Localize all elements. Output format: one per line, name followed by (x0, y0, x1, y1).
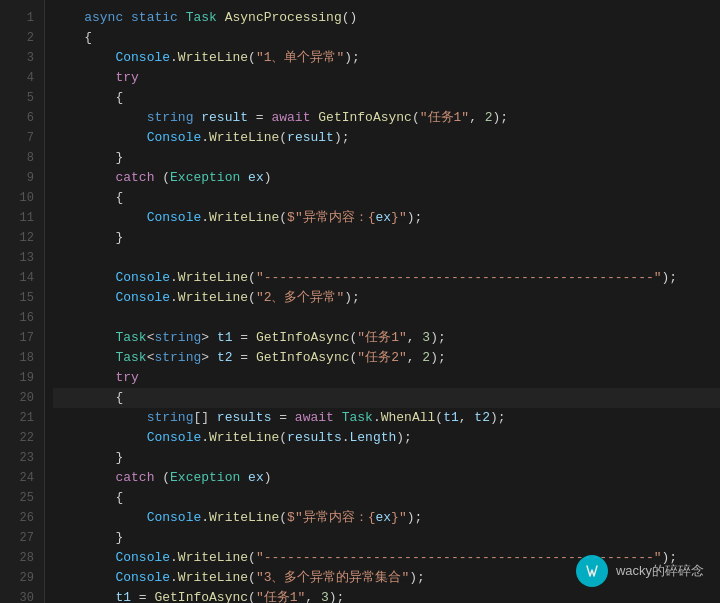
code-line: try (53, 68, 720, 88)
line-number: 8 (0, 148, 34, 168)
code-line: async static Task AsyncProcessing() (53, 8, 720, 28)
code-line: try (53, 368, 720, 388)
code-line: Console.WriteLine("---------------------… (53, 268, 720, 288)
code-line (53, 308, 720, 328)
code-line: { (53, 28, 720, 48)
line-numbers: 1234567891011121314151617181920212223242… (0, 0, 45, 603)
line-number: 12 (0, 228, 34, 248)
code-line: { (53, 488, 720, 508)
line-number: 25 (0, 488, 34, 508)
line-number: 26 (0, 508, 34, 528)
code-line: catch (Exception ex) (53, 468, 720, 488)
line-number: 5 (0, 88, 34, 108)
code-area: 1234567891011121314151617181920212223242… (0, 0, 720, 603)
code-line: { (53, 188, 720, 208)
code-line: { (53, 88, 720, 108)
line-number: 2 (0, 28, 34, 48)
code-line: } (53, 528, 720, 548)
line-number: 16 (0, 308, 34, 328)
code-content[interactable]: async static Task AsyncProcessing() { Co… (45, 0, 720, 603)
line-number: 28 (0, 548, 34, 568)
line-number: 20 (0, 388, 34, 408)
line-number: 22 (0, 428, 34, 448)
code-line: Task<string> t2 = GetInfoAsync("任务2", 2)… (53, 348, 720, 368)
line-number: 13 (0, 248, 34, 268)
watermark-icon (576, 555, 608, 587)
code-line: } (53, 148, 720, 168)
line-number: 17 (0, 328, 34, 348)
line-number: 9 (0, 168, 34, 188)
line-number: 4 (0, 68, 34, 88)
code-line: string result = await GetInfoAsync("任务1"… (53, 108, 720, 128)
code-line: t1 = GetInfoAsync("任务1", 3); (53, 588, 720, 603)
code-line: Console.WriteLine($"异常内容：{ex}"); (53, 508, 720, 528)
line-number: 6 (0, 108, 34, 128)
code-line: Console.WriteLine("1、单个异常"); (53, 48, 720, 68)
code-line: } (53, 448, 720, 468)
line-number: 10 (0, 188, 34, 208)
line-number: 21 (0, 408, 34, 428)
code-line: Console.WriteLine($"异常内容：{ex}"); (53, 208, 720, 228)
line-number: 14 (0, 268, 34, 288)
code-line: Task<string> t1 = GetInfoAsync("任务1", 3)… (53, 328, 720, 348)
line-number: 29 (0, 568, 34, 588)
line-number: 11 (0, 208, 34, 228)
code-line: string[] results = await Task.WhenAll(t1… (53, 408, 720, 428)
line-number: 1 (0, 8, 34, 28)
line-number: 7 (0, 128, 34, 148)
line-number: 27 (0, 528, 34, 548)
line-number: 24 (0, 468, 34, 488)
watermark-text: wacky的碎碎念 (616, 562, 704, 580)
code-line: catch (Exception ex) (53, 168, 720, 188)
code-line (53, 248, 720, 268)
line-number: 30 (0, 588, 34, 603)
line-number: 3 (0, 48, 34, 68)
code-line: } (53, 228, 720, 248)
code-line: Console.WriteLine("2、多个异常"); (53, 288, 720, 308)
line-number: 15 (0, 288, 34, 308)
code-editor: 1234567891011121314151617181920212223242… (0, 0, 720, 603)
line-number: 18 (0, 348, 34, 368)
code-line: Console.WriteLine(result); (53, 128, 720, 148)
code-line: Console.WriteLine(results.Length); (53, 428, 720, 448)
line-number: 19 (0, 368, 34, 388)
code-line: { (53, 388, 720, 408)
line-number: 23 (0, 448, 34, 468)
watermark: wacky的碎碎念 (576, 555, 704, 587)
